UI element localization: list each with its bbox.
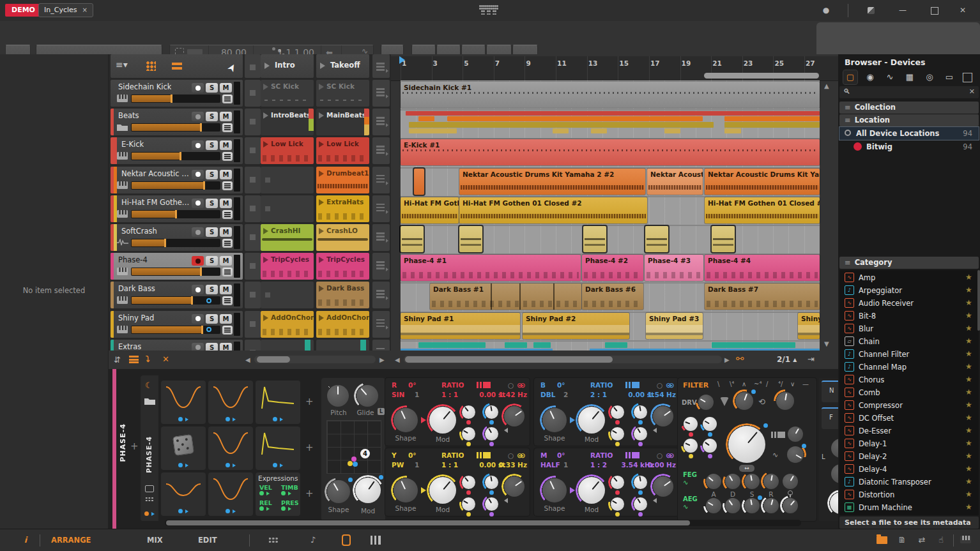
add-modulator-button[interactable]: + [305, 442, 314, 453]
arranger-clip[interactable]: Sidechain Kick #1 [401, 82, 820, 108]
favorite-star-icon[interactable]: ★ [965, 337, 974, 345]
osc-retrig-icon[interactable]: ○ [657, 451, 662, 459]
launcher-scroll-left[interactable]: ◀ [245, 356, 250, 363]
track-list-menu-icon[interactable]: ≡▾ [116, 59, 135, 72]
track-menu-button[interactable] [222, 326, 233, 335]
arranger-clip[interactable]: Nektar Acoustic Drums Kit Yamaha [705, 169, 820, 195]
track-row-dark-bass[interactable]: Dark BassSM [111, 282, 243, 308]
arranger-clip[interactable]: Shiny Pad #1 [401, 313, 520, 339]
mod-amount-dot[interactable] [489, 512, 494, 517]
solo-button[interactable]: S [206, 314, 218, 324]
mixer-panel-toggle-icon[interactable] [371, 536, 381, 545]
mod-source-indicator[interactable] [178, 417, 188, 421]
filter-keyamt-knob[interactable] [788, 426, 803, 442]
mute-button[interactable]: M [220, 83, 232, 93]
volume-fader[interactable] [131, 152, 220, 160]
category-item-blur[interactable]: ∿Blur★ [839, 322, 979, 335]
volume-fader[interactable] [131, 94, 220, 103]
osc-shape-knob[interactable] [394, 408, 418, 432]
info-icon[interactable]: i [19, 529, 32, 551]
mod-amount-dot[interactable] [638, 420, 643, 425]
volume-fader[interactable] [131, 296, 220, 305]
clip-slot[interactable]: IntroBeats [261, 109, 314, 135]
feg-knob-4[interactable] [783, 474, 798, 489]
mute-button[interactable]: M [220, 170, 232, 179]
arranger-clip[interactable]: Hi-Hat FM Gothen 01 Closed #3 [705, 197, 820, 223]
osc-freq[interactable]: 1.42 Hz [491, 391, 527, 398]
clip-lane-menu[interactable] [372, 253, 390, 280]
osc-stereo-icon[interactable]: ⊙⊙ [666, 451, 672, 459]
volume-thumb[interactable] [200, 268, 202, 276]
favorite-star-icon[interactable]: ★ [965, 503, 974, 511]
osc-mod-knob[interactable] [429, 477, 456, 504]
groove-amount-bar[interactable] [187, 49, 203, 54]
category-item-compressor[interactable]: ∿Compressor★ [839, 399, 979, 412]
display-profile-icon[interactable] [861, 0, 880, 21]
clip-lane-menu[interactable] [372, 109, 390, 135]
stub-knob-3[interactable] [830, 492, 838, 514]
volume-thumb[interactable] [180, 152, 181, 160]
dual-display-icon[interactable] [268, 537, 279, 543]
arranger-clip[interactable]: Phase-4 #3 [645, 255, 703, 281]
arranger-clip[interactable]: Nektar Acoustic Drums Kit Yamaha 2 #2 [459, 169, 645, 195]
category-item-audio-receiver[interactable]: ∿Audio Receiver★ [839, 297, 979, 310]
mod-amount-dot[interactable] [466, 420, 471, 425]
launcher-scroll-right[interactable]: ▶ [379, 356, 385, 363]
browser-tab-remote-icon[interactable]: ⃞ [962, 70, 976, 84]
osc-mode[interactable]: DBL [540, 391, 555, 398]
osc-level-knob[interactable] [504, 406, 524, 426]
expression-rel[interactable]: REL [259, 499, 272, 506]
clip-play-icon[interactable] [319, 84, 324, 90]
view-toggle-edit[interactable]: EDIT [198, 529, 217, 551]
clip-lane-menu[interactable] [372, 137, 390, 164]
stub-tab-n[interactable]: N [822, 381, 838, 402]
feg-knob-1[interactable] [725, 474, 740, 489]
category-item-delay-2[interactable]: ∿Delay-2★ [839, 450, 979, 463]
osc-mod-knob[interactable] [578, 477, 605, 504]
add-modulator-button[interactable]: + [305, 488, 314, 499]
filter-modamt-yellow[interactable] [684, 439, 698, 453]
filter-shape-icon[interactable]: — [802, 381, 809, 388]
search-clear-icon[interactable]: ✕ [969, 87, 975, 96]
mute-button[interactable]: M [220, 112, 232, 121]
clip-lane-menu[interactable] [372, 282, 390, 308]
mod-amount-dot[interactable] [466, 490, 471, 495]
filter-modamt-blue[interactable] [703, 417, 717, 431]
osc-keytrack-icon[interactable] [625, 382, 639, 388]
osc-keytrack-icon[interactable] [625, 452, 639, 458]
modulator-slot-sine[interactable] [161, 381, 206, 424]
clip-lane-menu[interactable] [372, 195, 390, 222]
track-menu-button[interactable] [222, 123, 233, 132]
category-item-diatonic-transposer[interactable]: ♪Diatonic Transposer★ [839, 476, 979, 488]
filter-shape-icon[interactable]: ⁴/ [778, 381, 783, 388]
aeg-knob-0[interactable] [706, 498, 721, 513]
osc-modamt-purple[interactable] [485, 427, 498, 441]
device-mod-out-icon[interactable] [144, 511, 155, 516]
volume-thumb[interactable] [203, 181, 205, 190]
scene-header-takeoff[interactable]: Takeoff [316, 54, 369, 78]
clip-slot[interactable]: AddOnChord [261, 311, 314, 338]
track-row-phase-4[interactable]: Phase-4SM [111, 253, 243, 280]
favorite-star-icon[interactable]: ★ [965, 465, 974, 473]
solo-button[interactable]: S [206, 227, 218, 237]
clip-slot[interactable]: SC Kick [261, 80, 314, 107]
browser-tab-presets-icon[interactable]: ▦ [903, 70, 917, 84]
arranger-clip[interactable]: Shiny Pad #3 [646, 313, 703, 339]
launcher-scroll-thumb[interactable] [257, 356, 290, 363]
arranger-scrollbar[interactable] [404, 356, 722, 363]
scene-list-icon[interactable] [129, 356, 139, 363]
mod-source-indicator[interactable] [226, 509, 236, 513]
mod-source-indicator[interactable] [226, 463, 236, 467]
osc-modamt-purple[interactable] [485, 497, 498, 511]
filter-lfo-knob[interactable] [776, 392, 794, 410]
arranger-clip[interactable]: Shiny Pad #2 [523, 313, 629, 339]
osc-modamt-purple[interactable] [634, 427, 647, 441]
favorite-star-icon[interactable]: ★ [965, 324, 974, 333]
osc-ratio[interactable]: 1 : 1 [441, 461, 458, 469]
mod-amount-dot[interactable] [379, 475, 383, 479]
playhead-marker-icon[interactable] [399, 56, 405, 64]
favorite-star-icon[interactable]: ★ [965, 299, 974, 307]
filter-modamt-red[interactable] [684, 417, 698, 431]
expression-mod-indicator[interactable] [281, 506, 291, 511]
category-item-chorus[interactable]: ∿Chorus★ [839, 374, 979, 386]
